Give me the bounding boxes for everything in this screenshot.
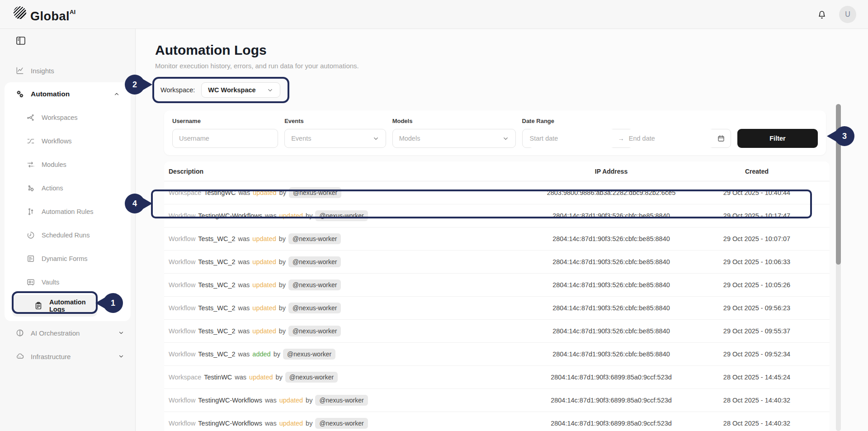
sidebar-item-scheduled-runs[interactable]: Scheduled Runs xyxy=(5,223,131,247)
created-at: 29 Oct 2025 - 10:17:47 xyxy=(684,212,830,219)
date-range-arrow: → xyxy=(618,135,624,142)
was-word: was xyxy=(238,304,250,312)
table-row[interactable]: Workflow TestingWC-Workflows was updated… xyxy=(164,389,830,412)
entity-name: Tests_WC_2 xyxy=(198,327,235,335)
start-date-input[interactable] xyxy=(528,129,615,148)
sidebar-item-insights[interactable]: Insights xyxy=(0,59,135,82)
table-row[interactable]: Workflow Tests_WC_2 was updated by @nexu… xyxy=(164,227,830,251)
notifications-bell-icon[interactable] xyxy=(816,9,827,20)
user-badge: @nexus-worker xyxy=(288,303,341,313)
action-word: updated xyxy=(279,420,303,427)
chevron-down-icon xyxy=(118,353,124,360)
user-badge: @nexus-worker xyxy=(289,187,341,198)
automation-rules-icon xyxy=(26,207,35,216)
workspace-select[interactable]: WC Workspace xyxy=(201,82,280,98)
column-ip-address: IP Address xyxy=(538,168,684,175)
end-date-input[interactable] xyxy=(627,129,714,148)
created-at: 29 Oct 2025 - 09:56:23 xyxy=(684,304,830,312)
entity-type: Workflow xyxy=(169,327,195,335)
scrollbar-thumb[interactable] xyxy=(836,104,841,265)
sidebar-item-automation[interactable]: Automation xyxy=(5,82,131,106)
sidebar-item-automation-rules[interactable]: Automation Rules xyxy=(5,200,131,223)
sidebar: Insights Automation Workspaces Workflows… xyxy=(0,29,136,431)
table-row[interactable]: Workflow Tests_WC_2 was updated by @nexu… xyxy=(164,320,830,343)
by-word: by xyxy=(279,258,286,265)
sidebar-item-ai-orchestration[interactable]: AI Orchestration xyxy=(0,321,135,345)
ip-address: 2804:14c:87d1:90f3:526:cbfc:be85:8840 xyxy=(538,350,684,358)
by-word: by xyxy=(279,189,286,196)
was-word: was xyxy=(238,350,250,358)
table-row[interactable]: Workflow TestingWC-Workflows was updated… xyxy=(164,412,830,431)
globe-icon xyxy=(14,6,26,19)
sidebar-item-workflows[interactable]: Workflows xyxy=(5,129,131,153)
entity-type: Workspace xyxy=(169,374,201,381)
entity-type: Workspace xyxy=(169,189,201,196)
created-at: 28 Oct 2025 - 14:40:32 xyxy=(684,397,830,404)
vaults-icon xyxy=(26,278,35,287)
sidebar-toggle-icon[interactable] xyxy=(15,35,26,46)
workflows-icon xyxy=(26,137,35,146)
table-row[interactable]: Workspace TestinWC was updated by @nexus… xyxy=(164,366,830,389)
by-word: by xyxy=(279,327,286,335)
calendar-icon[interactable] xyxy=(717,134,725,142)
entity-name: Tests_WC_2 xyxy=(198,235,235,242)
table-row[interactable]: Workflow Tests_WC_2 was updated by @nexu… xyxy=(164,251,830,274)
username-input[interactable] xyxy=(172,129,278,148)
automation-logs-icon xyxy=(34,301,43,310)
sidebar-item-actions[interactable]: Actions xyxy=(5,176,131,200)
ip-address: 2804:14c:87d1:90f3:526:cbfc:be85:8840 xyxy=(538,327,684,335)
user-badge: @nexus-worker xyxy=(288,326,341,336)
date-range-picker[interactable]: → xyxy=(522,129,731,148)
sidebar-item-dynamic-forms[interactable]: Dynamic Forms xyxy=(5,247,131,270)
entity-type: Workflow xyxy=(169,350,195,358)
table-row-highlighted[interactable]: Workspace TestingWC was updated by @nexu… xyxy=(164,181,830,204)
created-at: 28 Oct 2025 - 14:40:32 xyxy=(684,420,830,427)
sidebar-item-workspaces[interactable]: Workspaces xyxy=(5,106,131,129)
by-word: by xyxy=(306,420,312,427)
ip-address: 2803:9800:9886:ab3a:2282:dbc9:82b2:6ce5 xyxy=(538,189,684,196)
by-word: by xyxy=(279,235,286,242)
dynamic-forms-icon xyxy=(26,254,35,263)
was-word: was xyxy=(238,189,250,196)
user-badge: @nexus-worker xyxy=(288,233,341,244)
ip-address: 2804:14c:87d1:90f3:526:cbfc:be85:8840 xyxy=(538,235,684,242)
chevron-down-icon xyxy=(118,330,124,336)
ip-address: 2804:14c:87d1:90f3:6899:85a0:9ccf:523d xyxy=(538,397,684,404)
logs-table: Description IP Address Created Workspace… xyxy=(164,161,830,431)
entity-name: TestingWC-Workflows xyxy=(198,397,262,404)
brand-superscript: AI xyxy=(70,9,75,15)
ip-address: 2804:14c:87d1:90f3:526:cbfc:be85:8840 xyxy=(538,212,684,219)
table-row[interactable]: Workflow TestingWC-Workflows was updated… xyxy=(164,204,830,227)
filter-button[interactable]: Filter xyxy=(737,129,818,148)
sidebar-item-infrastructure[interactable]: Infrastructure xyxy=(0,345,135,368)
user-badge: @nexus-worker xyxy=(288,279,341,290)
sidebar-item-vaults[interactable]: Vaults xyxy=(5,270,131,294)
brand-logo: GlobalAI xyxy=(14,5,75,23)
user-avatar[interactable]: U xyxy=(839,6,856,23)
was-word: was xyxy=(235,374,246,381)
entity-type: Workflow xyxy=(169,397,195,404)
entity-name: Tests_WC_2 xyxy=(198,304,235,312)
events-select[interactable]: Events xyxy=(284,129,386,148)
entity-name: Tests_WC_2 xyxy=(198,258,235,265)
sidebar-item-automation-logs[interactable]: Automation Logs xyxy=(12,295,97,317)
user-badge: @nexus-worker xyxy=(315,418,368,429)
table-row[interactable]: Workflow Tests_WC_2 was updated by @nexu… xyxy=(164,297,830,320)
entity-type: Workflow xyxy=(169,281,195,289)
by-word: by xyxy=(279,281,286,289)
table-row[interactable]: Workflow Tests_WC_2 was added by @nexus-… xyxy=(164,343,830,366)
created-at: 28 Oct 2025 - 14:45:24 xyxy=(684,374,830,381)
entity-name: TestinWC xyxy=(204,374,232,381)
by-word: by xyxy=(306,397,312,404)
sidebar-item-modules[interactable]: Modules xyxy=(5,153,131,176)
entity-type: Workflow xyxy=(169,212,195,219)
table-row[interactable]: Workflow Tests_WC_2 was updated by @nexu… xyxy=(164,274,830,297)
was-word: was xyxy=(265,212,277,219)
brand-name: GlobalAI xyxy=(30,5,75,23)
was-word: was xyxy=(238,281,250,289)
modules-icon xyxy=(26,160,35,169)
workspace-value: WC Workspace xyxy=(208,86,255,94)
models-select[interactable]: Models xyxy=(392,129,516,148)
entity-type: Workflow xyxy=(169,258,195,265)
automation-section: Automation Workspaces Workflows Modules … xyxy=(5,82,131,321)
